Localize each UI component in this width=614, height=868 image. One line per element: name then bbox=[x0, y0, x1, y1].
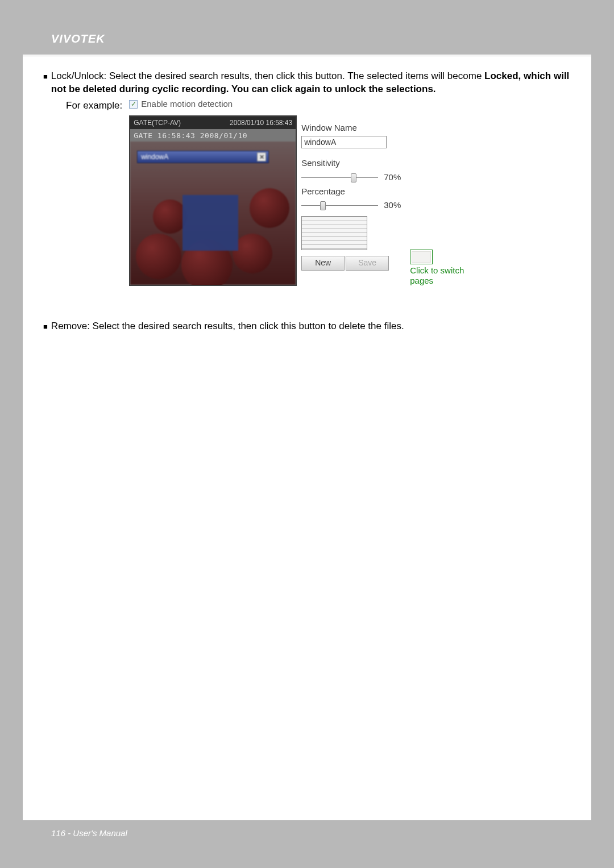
brand-title: VIVOTEK bbox=[51, 32, 105, 45]
pager-box-inner bbox=[412, 251, 431, 263]
video-scene: windowA ✕ bbox=[130, 142, 296, 285]
motion-bar-graph bbox=[301, 216, 367, 250]
percentage-label: Percentage bbox=[301, 186, 401, 197]
motion-detection-panel: ✓ Enable motion detection GATE(TCP-AV) 2… bbox=[129, 98, 478, 286]
switch-pages-note: Click to switch pages bbox=[410, 265, 478, 286]
percentage-slider[interactable] bbox=[301, 205, 378, 206]
sensitivity-thumb[interactable] bbox=[351, 173, 356, 182]
window-name-label: Window Name bbox=[301, 122, 401, 134]
percentage-slider-row: 30% bbox=[301, 200, 401, 211]
pager-box[interactable] bbox=[410, 250, 433, 264]
page-content: ■ Lock/Unlock: Select the desired search… bbox=[23, 56, 591, 820]
document-page: VIVOTEK ■ Lock/Unlock: Select the desire… bbox=[23, 23, 591, 845]
motion-region[interactable] bbox=[182, 195, 238, 251]
video-title-left: GATE(TCP-AV) bbox=[134, 118, 181, 127]
new-button[interactable]: New bbox=[301, 256, 345, 271]
close-icon[interactable]: ✕ bbox=[257, 152, 266, 161]
video-title-right: 2008/01/10 16:58:43 bbox=[230, 118, 292, 127]
bullet-icon: ■ bbox=[43, 322, 48, 332]
bullet-text: Lock/Unlock: Select the desired search r… bbox=[51, 70, 571, 96]
page-footer: 116 - User's Manual bbox=[23, 820, 591, 845]
lock-unlock-prefix: Lock/Unlock: Select the desired search r… bbox=[51, 70, 484, 81]
enable-motion-row[interactable]: ✓ Enable motion detection bbox=[129, 98, 478, 110]
page-header: VIVOTEK bbox=[23, 23, 591, 55]
sensitivity-slider[interactable] bbox=[301, 177, 378, 178]
example-block: For example: ✓ Enable motion detection G… bbox=[66, 98, 571, 286]
percentage-value: 30% bbox=[384, 200, 401, 211]
video-subtitle: GATE 16:58:43 2008/01/10 bbox=[130, 129, 296, 143]
button-row: New Save bbox=[301, 256, 401, 271]
enable-motion-label: Enable motion detection bbox=[141, 98, 233, 110]
sensitivity-value: 70% bbox=[384, 172, 401, 183]
bullet-lock-unlock: ■ Lock/Unlock: Select the desired search… bbox=[43, 70, 571, 96]
motion-window-label: windowA bbox=[141, 152, 168, 161]
video-preview[interactable]: GATE(TCP-AV) 2008/01/10 16:58:43 GATE 16… bbox=[129, 115, 297, 286]
percentage-thumb[interactable] bbox=[320, 201, 326, 210]
footer-text: 116 - User's Manual bbox=[51, 828, 127, 838]
for-example-label: For example: bbox=[66, 98, 122, 113]
window-name-input[interactable] bbox=[301, 136, 387, 148]
enable-motion-checkbox[interactable]: ✓ bbox=[129, 100, 138, 109]
sensitivity-label: Sensitivity bbox=[301, 157, 401, 169]
panel-body: GATE(TCP-AV) 2008/01/10 16:58:43 GATE 16… bbox=[129, 115, 478, 286]
controls-column: Window Name Sensitivity 70% Percentage bbox=[301, 115, 401, 271]
sensitivity-slider-row: 70% bbox=[301, 172, 401, 184]
bullet-remove: ■ Remove: Select the desired search resu… bbox=[43, 320, 571, 333]
motion-window-titlebar[interactable]: windowA ✕ bbox=[137, 151, 269, 163]
remove-text: Remove: Select the desired search result… bbox=[51, 320, 571, 333]
annotation-column: Click to switch pages bbox=[410, 250, 478, 286]
video-titlebar: GATE(TCP-AV) 2008/01/10 16:58:43 bbox=[130, 117, 296, 129]
save-button[interactable]: Save bbox=[346, 256, 389, 271]
bullet-icon: ■ bbox=[43, 72, 48, 82]
